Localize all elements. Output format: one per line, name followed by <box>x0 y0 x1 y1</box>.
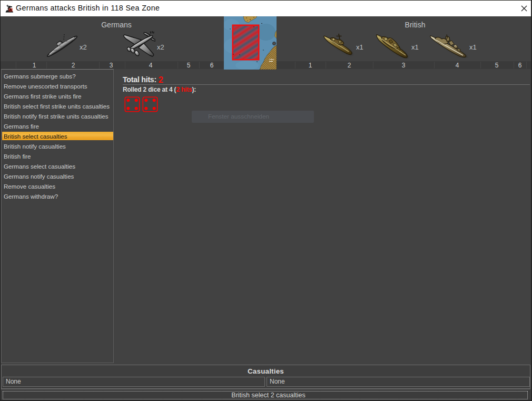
svg-text:Lisbon: Lisbon <box>269 58 274 61</box>
